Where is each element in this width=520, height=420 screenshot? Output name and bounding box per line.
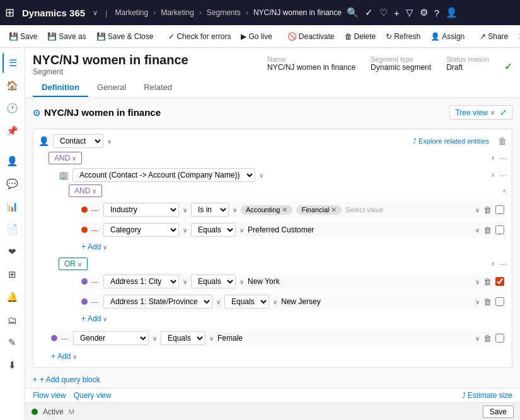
status-check-icon: ✓ (504, 60, 512, 72)
waffle-icon[interactable]: ⊞ (5, 6, 14, 20)
save-button[interactable]: 💾Save (5, 30, 41, 43)
sidebar-icon-edit[interactable]: ✎ (3, 332, 23, 353)
go-live-button[interactable]: ▶Go live (237, 30, 275, 43)
sidebar-icon-bell[interactable]: 🔔 (3, 287, 23, 307)
group2-collapse-icon[interactable]: ∧ (491, 261, 495, 267)
add-query-block-icon: + (33, 375, 37, 384)
nav-segments[interactable]: Segments (207, 8, 241, 17)
tab-definition[interactable]: Definition (33, 79, 88, 97)
share-button[interactable]: ↗Share (476, 30, 512, 43)
help-icon[interactable]: ? (434, 8, 439, 18)
root-and-button[interactable]: AND ∨ (49, 152, 82, 164)
assign-button[interactable]: 👤Assign (427, 30, 468, 43)
gender-checkbox[interactable] (495, 334, 504, 343)
tree-view-button[interactable]: Tree view ∨ ⤢ (449, 105, 512, 120)
sidebar-icon-menu[interactable]: ☰ (3, 53, 23, 73)
save-close-button[interactable]: 💾Save & Close (93, 30, 158, 43)
category-field-select[interactable]: Category (103, 223, 179, 237)
root-entity-select[interactable]: Contact (53, 134, 103, 148)
city-checkbox[interactable] (495, 277, 504, 286)
sidebar-icon-contacts[interactable]: 👤 (3, 151, 23, 171)
nav-marketing2[interactable]: Marketing (161, 8, 194, 17)
add-query-block-button[interactable]: + + Add query block (33, 372, 512, 388)
sidebar-icon-home[interactable]: 🏠 (3, 76, 23, 96)
refresh-button[interactable]: ↻Refresh (382, 30, 424, 43)
checkmark-icon[interactable]: ✓ (365, 7, 373, 18)
save-as-button[interactable]: 💾Save as (43, 30, 90, 43)
root-collapse-icons[interactable]: ∧ (491, 156, 495, 161)
status-save-button[interactable]: Save (483, 406, 514, 418)
deactivate-button[interactable]: 🚫Deactivate (284, 30, 338, 43)
group1-entity-select[interactable]: Account (Contact -> Account (Company Nam… (72, 168, 255, 182)
sidebar-icon-heart[interactable]: ❤ (3, 242, 23, 262)
sidebar-icon-doc[interactable]: 📄 (3, 219, 23, 239)
sidebar-icon-folder[interactable]: 🗂 (3, 310, 23, 330)
search-icon[interactable]: 🔍 (347, 7, 359, 18)
city-delete-icon[interactable]: 🗑 (483, 277, 492, 287)
gender-op-select[interactable]: Equals (161, 331, 205, 345)
tab-related[interactable]: Related (135, 79, 181, 97)
gender-field-select[interactable]: Gender (73, 331, 149, 345)
state-field-select[interactable]: Address 1: State/Province (103, 295, 212, 309)
group1-add-button[interactable]: + Add ∨ (79, 241, 507, 253)
industry-op-select[interactable]: Is in (191, 203, 229, 217)
heart-icon[interactable]: ♡ (379, 7, 388, 18)
expand-icon[interactable]: ⤢ (500, 108, 507, 117)
state-delete-icon[interactable]: 🗑 (483, 297, 492, 307)
group2-collapse[interactable]: ∧ (491, 261, 495, 267)
city-field-select[interactable]: Address 1: City (103, 275, 179, 288)
flow-view-link[interactable]: Flow view (33, 391, 66, 400)
segment-icon: ⊙ (33, 108, 40, 118)
nav-marketing[interactable]: Marketing (115, 8, 148, 17)
category-op-select[interactable]: Equals (191, 223, 236, 237)
estimate-size-button[interactable]: ⤴ Estimate size (462, 391, 512, 400)
check-errors-button[interactable]: ✓Check for errors (165, 30, 234, 43)
sidebar-icon-chat[interactable]: 💬 (3, 174, 23, 194)
industry-checkbox[interactable] (495, 205, 504, 214)
settings-icon[interactable]: ⚙ (420, 7, 428, 18)
city-chevron: ∨ (183, 278, 187, 285)
tab-general[interactable]: General (88, 79, 135, 97)
root-add-button[interactable]: + Add ∨ (49, 351, 507, 362)
and-chevron: ∨ (72, 155, 76, 162)
group1-collapse2-icon[interactable]: ∧ (502, 188, 507, 194)
user-icon[interactable]: 👤 (446, 7, 458, 18)
explore-related-button[interactable]: ⤴ Explore related entities (413, 137, 489, 145)
financial-close[interactable]: ✕ (331, 206, 337, 214)
group2-more-icon[interactable]: ··· (499, 259, 507, 269)
category-checkbox[interactable] (495, 225, 504, 234)
group1-collapse[interactable]: ∧ (491, 173, 495, 178)
add-icon[interactable]: + (394, 8, 400, 18)
emails-button[interactable]: 📧Emails (514, 30, 520, 43)
sidebar-icon-down[interactable]: ⬇ (3, 355, 23, 375)
collapse-up-icon[interactable]: ∧ (491, 156, 495, 161)
delete-root-icon[interactable]: 🗑 (498, 136, 507, 146)
industry-field-select[interactable]: Industry (103, 203, 179, 217)
accounting-close[interactable]: ✕ (282, 206, 287, 214)
state-values: New Jersey (281, 297, 471, 306)
app-chevron[interactable]: ∨ (93, 9, 98, 17)
group1-more-icon[interactable]: ··· (499, 170, 507, 180)
group1-collapse-icon[interactable]: ∧ (491, 173, 495, 178)
sidebar-icon-recent[interactable]: 🕐 (3, 98, 23, 118)
root-and-row: AND ∨ ∧ ··· (49, 152, 507, 164)
city-op-select[interactable]: Equals (191, 275, 236, 288)
sidebar-icon-grid[interactable]: ⊞ (3, 264, 23, 285)
filter-icon[interactable]: ▽ (406, 7, 413, 18)
industry-chevron: ∨ (183, 207, 187, 213)
group1-collapse2[interactable]: ∧ (502, 188, 507, 194)
delete-button[interactable]: 🗑Delete (341, 30, 380, 43)
sidebar-icon-chart[interactable]: 📊 (3, 196, 23, 217)
group1-and-button[interactable]: AND ∨ (69, 184, 102, 197)
query-view-link[interactable]: Query view (74, 391, 112, 400)
sidebar-icon-pinned[interactable]: 📌 (3, 121, 23, 141)
group2-or-button[interactable]: OR ∨ (59, 258, 88, 270)
gender-delete-icon[interactable]: 🗑 (483, 334, 492, 343)
state-checkbox[interactable] (495, 297, 504, 306)
group2-add-button[interactable]: + Add ∨ (79, 313, 507, 324)
category-delete-icon[interactable]: 🗑 (483, 225, 492, 235)
root-more-icon[interactable]: ··· (499, 153, 507, 163)
industry-delete-icon[interactable]: 🗑 (483, 205, 492, 215)
group2-add-chevron: ∨ (103, 315, 107, 322)
state-op-select[interactable]: Equals (224, 295, 269, 309)
